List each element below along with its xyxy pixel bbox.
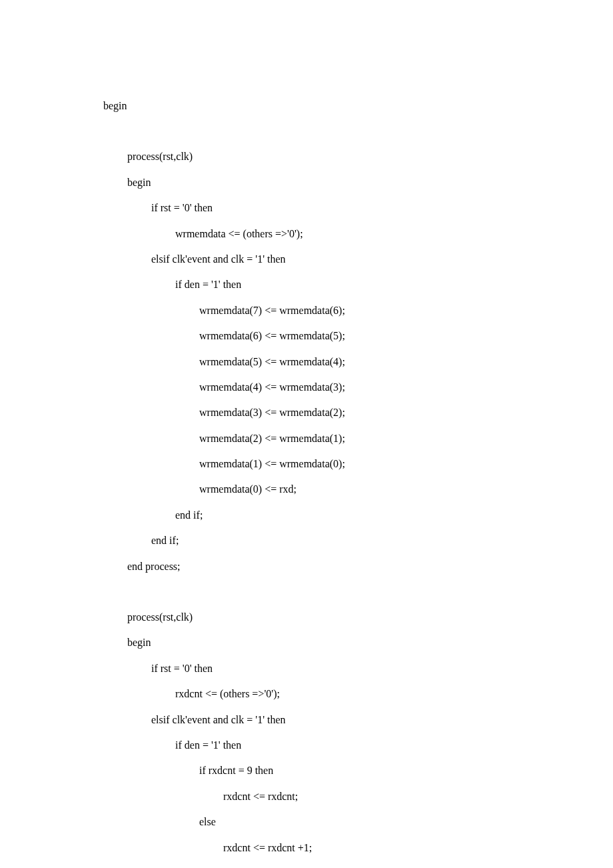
code-line: wrmemdata(4) <= wrmemdata(3); (103, 375, 553, 400)
code-line: elsif clk'event and clk = '1' then (103, 707, 553, 733)
code-line: begin (103, 93, 553, 119)
code-line: end if; (103, 503, 553, 528)
code-line: wrmemdata(5) <= wrmemdata(4); (103, 349, 553, 375)
code-line: wrmemdata(6) <= wrmemdata(5); (103, 323, 553, 349)
code-line: wrmemdata <= (others =>'0'); (103, 221, 553, 247)
code-line: if rst = '0' then (103, 195, 553, 221)
code-line: end if; (103, 528, 553, 553)
code-line: end if; (103, 861, 553, 868)
code-line: rxdcnt <= rxdcnt +1; (103, 835, 553, 861)
code-line: else (103, 809, 553, 835)
code-line: begin (103, 630, 553, 655)
code-line: rxdcnt <= (others =>'0'); (103, 681, 553, 707)
code-line: if rst = '0' then (103, 656, 553, 681)
blank-line (103, 119, 553, 144)
code-line: wrmemdata(3) <= wrmemdata(2); (103, 400, 553, 425)
code-line: rxdcnt <= rxdcnt; (103, 784, 553, 809)
code-line: wrmemdata(7) <= wrmemdata(6); (103, 298, 553, 323)
code-line: if rxdcnt = 9 then (103, 758, 553, 783)
code-line: wrmemdata(2) <= wrmemdata(1); (103, 426, 553, 451)
code-line: if den = '1' then (103, 272, 553, 297)
code-line: elsif clk'event and clk = '1' then (103, 247, 553, 272)
code-line: process(rst,clk) (103, 605, 553, 630)
code-line: begin (103, 170, 553, 195)
code-line: process(rst,clk) (103, 144, 553, 169)
blank-line (103, 579, 553, 605)
code-page: beginprocess(rst,clk)beginif rst = '0' t… (0, 0, 613, 868)
code-line: if den = '1' then (103, 733, 553, 758)
code-line: wrmemdata(0) <= rxd; (103, 477, 553, 502)
code-line: wrmemdata(1) <= wrmemdata(0); (103, 451, 553, 477)
code-line: end process; (103, 554, 553, 579)
